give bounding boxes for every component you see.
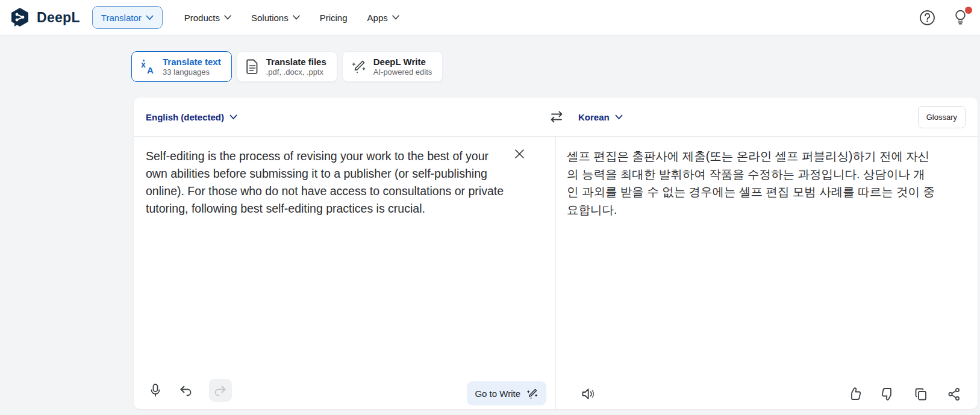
thumbs-down-icon: [881, 387, 895, 401]
deepl-logo-icon: [8, 6, 31, 29]
nav-item-products[interactable]: Products: [184, 13, 231, 23]
source-text-area: Self-editing is the process of revising …: [134, 137, 556, 409]
chevron-down-icon: [293, 15, 300, 20]
top-navigation: DeepL Translator Products Solutions Pric…: [0, 0, 980, 36]
deepl-logo[interactable]: DeepL: [8, 6, 80, 29]
source-language-label: English (detected): [146, 112, 224, 122]
rate-good-button[interactable]: [847, 386, 863, 402]
tab-translate-files[interactable]: Translate files .pdf, .docx, .pptx: [237, 51, 337, 82]
chevron-down-icon: [146, 15, 154, 20]
chevron-down-icon: [229, 114, 237, 120]
nav-item-apps[interactable]: Apps: [367, 13, 399, 23]
svg-text:A: A: [147, 65, 154, 75]
mode-tabs: x A Translate text 33 languages Translat…: [131, 51, 443, 82]
chevron-down-icon: [224, 15, 231, 20]
clear-source-button[interactable]: [512, 146, 526, 161]
tab-subtitle: .pdf, .docx, .pptx: [266, 67, 326, 77]
tab-deepl-write[interactable]: DeepL Write AI-powered edits: [342, 51, 443, 82]
notification-dot: [965, 7, 972, 14]
write-pen-icon: [351, 58, 367, 75]
nav-item-apps-label: Apps: [367, 13, 388, 23]
copy-translation-button[interactable]: [913, 386, 929, 402]
microphone-icon: [149, 383, 162, 398]
nav-item-solutions-label: Solutions: [251, 13, 289, 23]
dictate-button[interactable]: [148, 382, 163, 398]
tab-title: Translate files: [266, 56, 326, 67]
glossary-button[interactable]: Glossary: [918, 106, 966, 128]
share-translation-button[interactable]: [946, 386, 962, 402]
translate-text-icon: x A: [140, 58, 156, 75]
copy-icon: [914, 387, 928, 401]
target-language-label: Korean: [578, 112, 610, 122]
help-icon: [919, 10, 935, 26]
write-pen-icon: [526, 387, 538, 400]
source-text-input[interactable]: Self-editing is the process of revising …: [146, 148, 507, 217]
chevron-down-icon: [392, 15, 399, 20]
tab-title: Translate text: [163, 56, 221, 67]
tips-button[interactable]: [951, 8, 969, 27]
tab-title: DeepL Write: [373, 56, 432, 67]
speaker-icon: [581, 387, 595, 401]
undo-button[interactable]: [178, 382, 193, 398]
listen-button[interactable]: [580, 386, 596, 402]
close-icon: [514, 148, 525, 160]
chevron-down-icon: [615, 114, 623, 120]
translator-menu-button[interactable]: Translator: [92, 6, 163, 29]
glossary-button-label: Glossary: [926, 113, 957, 122]
brand-name: DeepL: [37, 10, 80, 26]
help-button[interactable]: [918, 8, 936, 27]
translation-output[interactable]: 셀프 편집은 출판사에 제출(또는 온라인 셀프 퍼블리싱)하기 전에 자신의 …: [567, 148, 935, 219]
source-language-selector[interactable]: English (detected): [146, 107, 237, 127]
nav-item-pricing[interactable]: Pricing: [320, 13, 348, 23]
go-to-write-label: Go to Write: [475, 388, 520, 399]
tab-subtitle: AI-powered edits: [373, 67, 432, 77]
target-language-selector[interactable]: Korean: [578, 107, 623, 127]
swap-languages-icon: [548, 110, 565, 124]
redo-button[interactable]: [209, 379, 232, 402]
language-bar: English (detected) Korean Glossary: [134, 98, 978, 137]
redo-icon: [213, 384, 228, 396]
nav-item-pricing-label: Pricing: [320, 13, 348, 23]
swap-languages-button[interactable]: [547, 108, 566, 126]
thumbs-up-icon: [847, 387, 862, 401]
tab-translate-text[interactable]: x A Translate text 33 languages: [131, 51, 232, 82]
go-to-write-button[interactable]: Go to Write: [467, 381, 546, 405]
translator-menu-label: Translator: [101, 13, 142, 23]
nav-item-solutions[interactable]: Solutions: [251, 13, 300, 23]
tab-subtitle: 33 languages: [163, 67, 221, 77]
target-text-area: 셀프 편집은 출판사에 제출(또는 온라인 셀프 퍼블리싱)하기 전에 자신의 …: [556, 137, 978, 409]
undo-icon: [178, 384, 193, 396]
nav-item-products-label: Products: [184, 13, 220, 23]
file-icon: [245, 58, 260, 75]
translator-panel: English (detected) Korean Glossary: [134, 98, 978, 409]
rate-bad-button[interactable]: [880, 386, 896, 402]
share-icon: [947, 387, 961, 401]
